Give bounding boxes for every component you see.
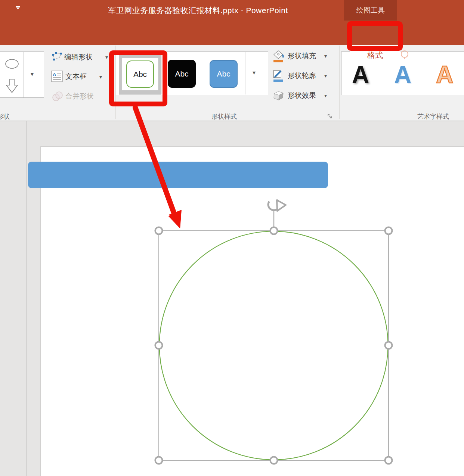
down-arrow-shape-icon[interactable]: [5, 78, 19, 96]
powerpoint-window: 军卫网业务服务器验收汇报材料.pptx - PowerPoint 绘图工具 de…: [0, 0, 464, 476]
shape-style-3-label: Abc: [217, 69, 230, 78]
shape-styles-group-label: 形状样式: [202, 113, 247, 121]
window-title: 军卫网业务服务器验收汇报材料.pptx - PowerPoint: [0, 0, 396, 21]
tell-me-icon: [400, 50, 409, 61]
shape-style-3[interactable]: Abc: [210, 60, 238, 88]
shape-style-2-label: Abc: [175, 69, 188, 78]
titlebar: 军卫网业务服务器验收汇报材料.pptx - PowerPoint 绘图工具: [0, 0, 464, 21]
slide-surface[interactable]: [40, 146, 464, 476]
wordart-style-3[interactable]: A: [431, 56, 458, 93]
shape-fill-dropdown[interactable]: ▾: [324, 53, 327, 59]
text-box-icon: A: [51, 71, 63, 84]
edit-shape-dropdown[interactable]: ▾: [105, 55, 108, 60]
shapes-gallery-dropdown[interactable]: ▾: [31, 72, 34, 77]
blue-rounded-rectangle-shape[interactable]: [28, 162, 328, 188]
shape-style-2[interactable]: Abc: [168, 60, 196, 88]
edit-shape-icon: [52, 52, 63, 63]
shape-fill-icon: [272, 50, 285, 65]
shape-effects-icon: [272, 90, 285, 105]
merge-shapes-icon: [52, 90, 64, 104]
shape-fill-button[interactable]: 形状填充: [288, 51, 316, 61]
shape-outline-icon: [272, 69, 285, 84]
svg-text:A: A: [53, 72, 56, 77]
wordart-group-label: 艺术字样式: [417, 113, 464, 121]
text-box-button[interactable]: 文本框: [65, 72, 87, 81]
merge-shapes-button[interactable]: 合并形状: [65, 91, 94, 101]
text-box-dropdown[interactable]: ▾: [99, 74, 102, 80]
drawing-tools-header: 绘图工具: [344, 0, 397, 21]
shape-outline-button[interactable]: 形状轮廓: [288, 71, 316, 81]
shape-effects-dropdown[interactable]: ▾: [324, 93, 327, 98]
shapes-group-label: 形状: [0, 113, 19, 121]
annotation-box-style-gallery: [109, 50, 167, 106]
edit-shape-button[interactable]: 编辑形状: [64, 52, 93, 62]
oval-shape-icon[interactable]: [5, 59, 19, 71]
dialog-launcher-icon[interactable]: [327, 114, 333, 121]
thumbnail-pane-edge: [26, 121, 27, 476]
shape-outline-dropdown[interactable]: ▾: [324, 73, 327, 78]
group-separator: [339, 46, 340, 119]
annotation-box-format-tab: [347, 21, 403, 51]
shape-effects-button[interactable]: 形状效果: [288, 91, 316, 100]
shape-styles-more-dropdown[interactable]: ▾: [253, 70, 256, 75]
